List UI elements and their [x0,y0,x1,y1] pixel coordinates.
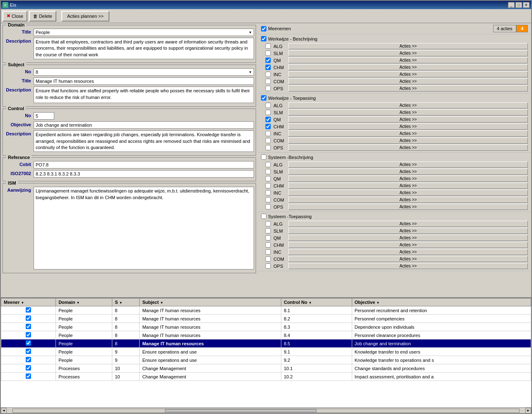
alg3-acties-btn[interactable]: Acties >> [288,161,528,168]
alg4-acties-btn[interactable]: Acties >> [288,221,528,227]
table-row[interactable]: People8Manage IT human resources8.3Depen… [1,323,531,331]
table-row[interactable]: People9Ensure operations and use9.2Knowl… [1,356,531,364]
chm1-acties-btn[interactable]: Acties >> [288,64,528,70]
close-window-button[interactable]: ✕ [523,2,530,8]
subject-no-field[interactable]: 8 ▼ [34,68,254,76]
row-checkbox[interactable] [26,315,31,321]
chm3-acties-btn[interactable]: Acties >> [288,183,528,189]
werkwijze-beschrijving-checkbox[interactable] [261,36,266,41]
chm4-checkbox[interactable] [264,242,272,248]
close-button[interactable]: ✖ Close [2,11,27,22]
alg3-checkbox[interactable] [264,162,272,167]
qm3-acties-btn[interactable]: Acties >> [288,176,528,182]
chm1-checkbox[interactable] [264,65,272,70]
row-checkbox[interactable] [26,324,31,329]
inc1-acties-btn[interactable]: Acties >> [288,71,528,77]
inc3-acties-btn[interactable]: Acties >> [288,190,528,196]
table-row[interactable]: People9Ensure operations and use9.1Knowl… [1,348,531,356]
horizontal-scrollbar[interactable]: ◄ ► [1,407,531,413]
row-checkbox[interactable] [26,332,31,337]
ops1-checkbox[interactable] [264,86,272,91]
systeem-beschrijving-checkbox[interactable] [261,154,266,160]
domain-title-field[interactable]: People ▼ [34,29,254,36]
com2-checkbox[interactable] [264,138,272,143]
com4-checkbox[interactable] [264,256,272,262]
inc2-checkbox[interactable] [264,131,272,136]
minimize-button[interactable]: _ [508,2,515,8]
com1-acties-btn[interactable]: Acties >> [288,78,528,84]
qm3-checkbox[interactable] [264,176,272,181]
table-container[interactable]: Meener ▼ Domain ▼ S ▼ Subject ▼ Control … [1,298,531,407]
chm2-acties-btn[interactable]: Acties >> [288,123,528,130]
qm2-checkbox[interactable] [264,117,272,122]
col-meener[interactable]: Meener ▼ [1,298,56,306]
scroll-left-btn[interactable]: ◄ [1,408,7,414]
qm4-checkbox[interactable] [264,235,272,241]
chm3-checkbox[interactable] [264,183,272,188]
col-subject[interactable]: Subject ▼ [140,298,281,306]
alg2-acties-btn[interactable]: Acties >> [288,102,528,108]
col-objective[interactable]: Objective ▼ [352,298,531,306]
com1-checkbox[interactable] [264,79,272,84]
acties-plannen-button[interactable]: Acties plannen >> [61,11,109,22]
scroll-track[interactable] [12,409,520,413]
col-s[interactable]: S ▼ [112,298,140,306]
slm2-checkbox[interactable] [264,110,272,115]
slm4-acties-btn[interactable]: Acties >> [288,228,528,234]
alg1-acties-btn[interactable]: Acties >> [288,43,528,49]
qm4-acties-btn[interactable]: Acties >> [288,235,528,241]
com3-acties-btn[interactable]: Acties >> [288,197,528,203]
maximize-button[interactable]: □ [515,2,522,8]
com2-acties-btn[interactable]: Acties >> [288,137,528,144]
delete-button[interactable]: 🗑 Delete [29,11,56,22]
row-checkbox[interactable] [26,307,31,313]
col-control-no[interactable]: Control No ▼ [281,298,352,306]
alg1-checkbox[interactable] [264,43,272,49]
com3-checkbox[interactable] [264,197,272,202]
ops4-acties-btn[interactable]: Acties >> [288,263,528,269]
inc2-acties-btn[interactable]: Acties >> [288,130,528,137]
slm4-checkbox[interactable] [264,228,272,233]
alg2-checkbox[interactable] [264,103,272,108]
qm1-checkbox[interactable] [264,58,272,63]
chm4-acties-btn[interactable]: Acties >> [288,242,528,248]
col-domain[interactable]: Domain ▼ [56,298,112,306]
inc1-checkbox[interactable] [264,72,272,77]
inc4-acties-btn[interactable]: Acties >> [288,249,528,255]
meenemen-checkbox[interactable] [261,26,266,31]
qm2-acties-btn[interactable]: Acties >> [288,116,528,123]
ops1-acties-btn[interactable]: Acties >> [288,85,528,91]
ops2-acties-btn[interactable]: Acties >> [288,144,528,151]
ism-aanwijzing-value[interactable]: Lijnmanagement managet functiewisselinge… [34,187,254,270]
ops3-acties-btn[interactable]: Acties >> [288,204,528,210]
ops3-checkbox[interactable] [264,204,272,209]
table-row[interactable]: Processes10Change Management10.1Change s… [1,364,531,373]
alg4-checkbox[interactable] [264,221,272,226]
slm3-acties-btn[interactable]: Acties >> [288,168,528,175]
scroll-thumb[interactable] [165,409,317,412]
inc3-checkbox[interactable] [264,190,272,195]
slm3-checkbox[interactable] [264,169,272,174]
table-row[interactable]: Processes10Change Management10.2Impact a… [1,373,531,381]
com4-acties-btn[interactable]: Acties >> [288,256,528,262]
systeem-toepassing-checkbox[interactable] [261,214,266,219]
inc4-checkbox[interactable] [264,249,272,255]
chm2-checkbox[interactable] [264,124,272,129]
slm1-checkbox[interactable] [264,51,272,56]
row-checkbox[interactable] [26,357,31,362]
qm1-acties-btn[interactable]: Acties >> [288,57,528,63]
row-checkbox[interactable] [26,373,31,379]
table-row[interactable]: People8Manage IT human resources8.5Job c… [1,339,531,348]
row-checkbox[interactable] [26,340,31,346]
scroll-right-btn[interactable]: ► [525,408,531,414]
table-row[interactable]: People8Manage IT human resources8.1Perso… [1,306,531,315]
ops4-checkbox[interactable] [264,263,272,269]
row-checkbox[interactable] [26,365,31,371]
slm2-acties-btn[interactable]: Acties >> [288,109,528,116]
row-checkbox[interactable] [26,349,31,354]
slm1-acties-btn[interactable]: Acties >> [288,50,528,56]
table-row[interactable]: People8Manage IT human resources8.4Perso… [1,331,531,339]
werkwijze-toepassing-checkbox[interactable] [261,95,266,101]
table-row[interactable]: People8Manage IT human resources8.2Perso… [1,315,531,323]
ops2-checkbox[interactable] [264,145,272,150]
